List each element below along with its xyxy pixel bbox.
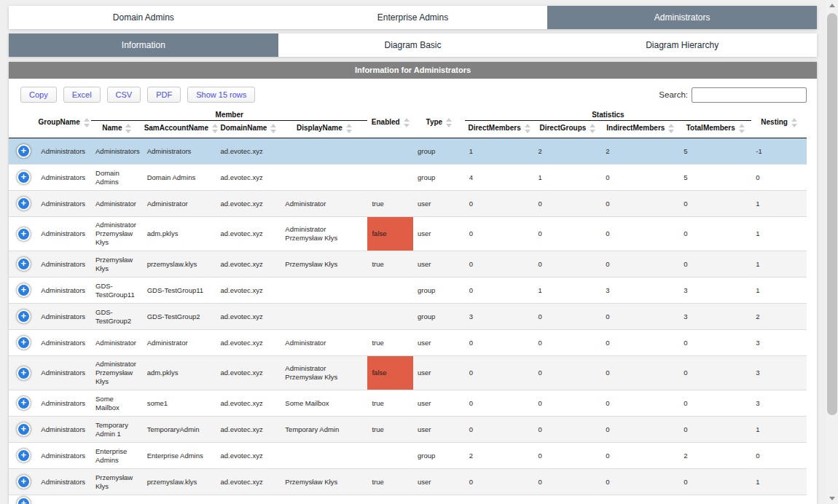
- column-header-name[interactable]: Name: [91, 121, 143, 138]
- plus-circle-icon[interactable]: +: [17, 257, 31, 271]
- column-header-domainname[interactable]: DomainName: [216, 121, 281, 138]
- cell-enabled: [367, 277, 413, 304]
- cell-enabled: true: [367, 251, 413, 277]
- column-header-directgroups[interactable]: DirectGroups: [534, 121, 602, 138]
- table-row[interactable]: +AdministratorsPrzemysław Kłysprzemyslaw…: [9, 469, 807, 495]
- cell-nesting: -1: [751, 138, 807, 165]
- plus-circle-icon[interactable]: +: [17, 475, 31, 489]
- cell-sam-account-name: GDS-TestGroup11: [143, 277, 216, 304]
- tab-domain-admins[interactable]: Domain Admins: [9, 6, 278, 29]
- column-header-groupname[interactable]: GroupName: [36, 108, 91, 138]
- tab-diagram-hierarchy[interactable]: Diagram Hierarchy: [547, 34, 817, 57]
- plus-circle-icon[interactable]: +: [17, 336, 31, 350]
- cell-name: Administrator Przemysław Kłys: [91, 356, 143, 390]
- cell-enabled: true: [367, 191, 413, 217]
- copy-button[interactable]: Copy: [20, 87, 57, 103]
- cell-display-name: Administrator Przemysław Kłys: [281, 217, 367, 251]
- table-row[interactable]: +: [9, 495, 807, 504]
- table-row[interactable]: +AdministratorsDomain AdminsDomain Admin…: [9, 165, 807, 191]
- plus-circle-icon[interactable]: +: [17, 396, 31, 410]
- tab-information[interactable]: Information: [9, 34, 278, 57]
- table-row[interactable]: +AdministratorsAdministratorAdministrato…: [9, 191, 807, 217]
- table-row[interactable]: +AdministratorsAdministratorAdministrato…: [9, 330, 807, 356]
- scrollbar-down-icon[interactable]: [826, 492, 838, 504]
- column-header-indirectmembers[interactable]: IndirectMembers: [601, 121, 679, 138]
- cell-direct-groups: 0: [534, 443, 602, 469]
- cell-type: group: [413, 138, 465, 165]
- show-rows-button[interactable]: Show 15 rows: [187, 87, 255, 103]
- row-expand-cell: +: [9, 277, 36, 304]
- plus-circle-icon[interactable]: +: [17, 197, 31, 210]
- column-header-samaccountname[interactable]: SamAccountName: [143, 121, 216, 138]
- cell-enabled: true: [367, 469, 413, 495]
- plus-circle-icon[interactable]: +: [17, 170, 31, 184]
- plus-circle-icon[interactable]: +: [17, 144, 31, 158]
- cell-enabled: false: [367, 356, 413, 390]
- cell-group-name: Administrators: [36, 390, 91, 417]
- column-header-displayname[interactable]: DisplayName: [281, 121, 367, 138]
- cell-nesting: 2: [751, 304, 807, 330]
- cell-enabled: [367, 138, 413, 165]
- excel-button[interactable]: Excel: [63, 87, 101, 103]
- table-row[interactable]: +AdministratorsAdministratorsAdministrat…: [9, 138, 807, 165]
- plus-circle-icon[interactable]: +: [17, 449, 31, 462]
- pdf-button[interactable]: PDF: [147, 87, 181, 103]
- table-row[interactable]: +AdministratorsEnterprise AdminsEnterpri…: [9, 443, 807, 469]
- table-row[interactable]: +AdministratorsGDS-TestGroup11GDS-TestGr…: [9, 277, 807, 304]
- cell-indirect-members: 0: [601, 443, 679, 469]
- row-expand-cell: +: [9, 495, 36, 504]
- row-expand-cell: +: [9, 469, 36, 495]
- cell-domain-name: [216, 495, 281, 504]
- cell-enabled: true: [367, 390, 413, 417]
- table-row[interactable]: +AdministratorsPrzemysław Kłysprzemyslaw…: [9, 251, 807, 277]
- scrollbar-thumb[interactable]: [827, 13, 837, 415]
- csv-button[interactable]: CSV: [107, 87, 141, 103]
- cell-total-members: 0: [679, 390, 751, 417]
- cell-name: Some Mailbox: [91, 390, 143, 417]
- cell-group-name: Administrators: [36, 277, 91, 304]
- plus-circle-icon[interactable]: +: [17, 283, 31, 297]
- column-header-nesting[interactable]: Nesting: [751, 108, 807, 138]
- tab-administrators[interactable]: Administrators: [547, 6, 817, 29]
- cell-sam-account-name: GDS-TestGroup2: [143, 304, 216, 330]
- cell-direct-members: 0: [465, 330, 534, 356]
- cell-indirect-members: 0: [601, 356, 679, 390]
- sort-arrows-icon: [590, 124, 595, 133]
- table-row[interactable]: +AdministratorsAdministrator Przemysław …: [9, 217, 807, 251]
- table-row[interactable]: +AdministratorsGDS-TestGroup2GDS-TestGro…: [9, 304, 807, 330]
- cell-nesting: 1: [751, 417, 807, 443]
- column-header-totalmembers[interactable]: TotalMembers: [679, 121, 751, 138]
- cell-nesting: 1: [751, 469, 807, 495]
- table-row[interactable]: +AdministratorsSome Mailboxsome1ad.evote…: [9, 390, 807, 417]
- column-label: Enabled: [372, 118, 400, 126]
- tab-diagram-basic[interactable]: Diagram Basic: [278, 34, 548, 57]
- plus-circle-icon[interactable]: +: [17, 366, 31, 380]
- cell-direct-groups: 0: [534, 469, 602, 495]
- table-row[interactable]: +AdministratorsAdministrator Przemysław …: [9, 356, 807, 390]
- scrollbar-up-icon[interactable]: [826, 0, 838, 12]
- cell-sam-account-name: adm.pklys: [143, 217, 216, 251]
- column-header-directmembers[interactable]: DirectMembers: [465, 121, 534, 138]
- column-header-enabled[interactable]: Enabled: [367, 108, 413, 138]
- search-input[interactable]: [692, 87, 807, 103]
- table-row[interactable]: +AdministratorsTemporary Admin 1Temporar…: [9, 417, 807, 443]
- cell-direct-members: 0: [465, 390, 534, 417]
- plus-circle-icon[interactable]: +: [17, 422, 31, 436]
- column-header-type[interactable]: Type: [413, 108, 465, 138]
- cell-type: user: [413, 469, 465, 495]
- plus-circle-icon[interactable]: +: [17, 227, 31, 241]
- row-expand-cell: +: [9, 191, 36, 217]
- cell-enabled: true: [367, 330, 413, 356]
- plus-circle-icon[interactable]: +: [17, 310, 31, 323]
- cell-domain-name: ad.evotec.xyz: [216, 217, 281, 251]
- cell-group-name: Administrators: [36, 304, 91, 330]
- cell-name: Administrators: [91, 138, 143, 165]
- page-scrollbar[interactable]: [826, 0, 838, 504]
- cell-nesting: 1: [751, 251, 807, 277]
- cell-display-name: [281, 304, 367, 330]
- cell-group-name: Administrators: [36, 417, 91, 443]
- tab-enterprise-admins[interactable]: Enterprise Admins: [278, 6, 548, 29]
- sort-arrows-icon: [125, 124, 131, 133]
- plus-circle-icon[interactable]: +: [17, 497, 31, 504]
- cell-type: user: [413, 251, 465, 277]
